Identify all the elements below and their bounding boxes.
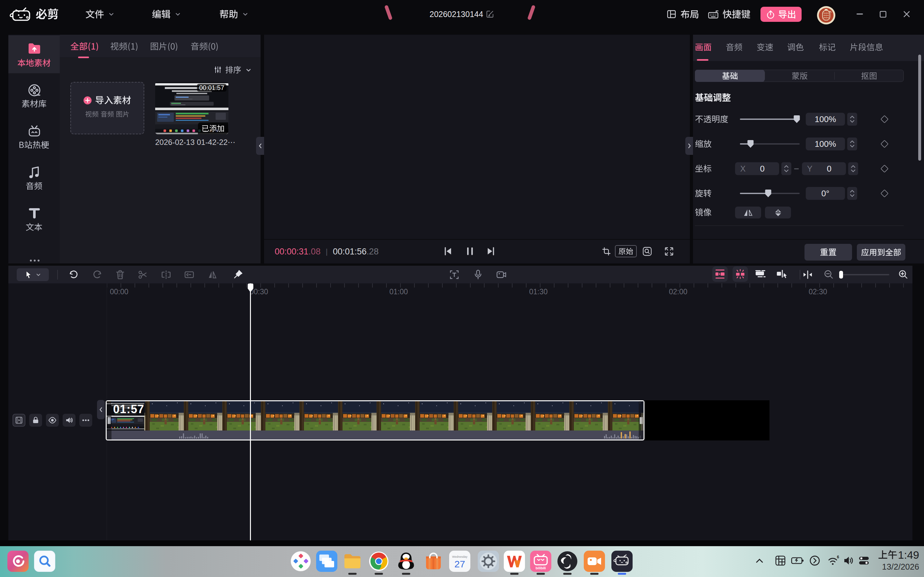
svg-text:6: 6 bbox=[837, 555, 839, 559]
svg-text:27: 27 bbox=[454, 559, 465, 569]
svg-text:bilibili: bilibili bbox=[536, 566, 546, 570]
svg-text:Wednesday: Wednesday bbox=[452, 555, 467, 558]
